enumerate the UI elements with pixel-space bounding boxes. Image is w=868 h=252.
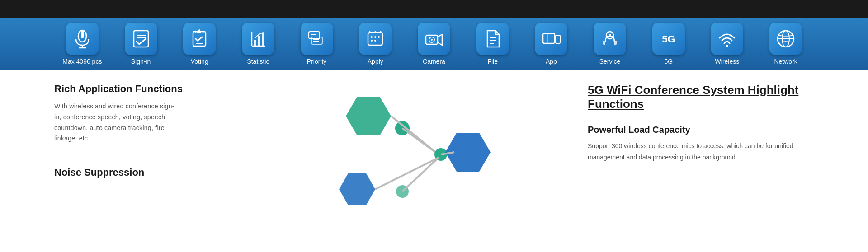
network-icon <box>776 29 796 49</box>
nav-icon-box-priority <box>301 23 333 55</box>
nav-label-5g: 5G <box>664 58 673 65</box>
svg-point-27 <box>374 40 376 42</box>
nav-label-signin: Sign-in <box>131 58 151 65</box>
svg-rect-1 <box>81 30 84 38</box>
priority-icon <box>307 29 327 49</box>
diagram-svg <box>321 88 511 214</box>
svg-rect-17 <box>309 32 320 39</box>
nav-label-max4096: Max 4096 pcs <box>62 58 102 65</box>
rich-app-body: With wireless and wired conference sign-… <box>54 101 181 144</box>
svg-rect-15 <box>258 36 260 46</box>
nav-item-file[interactable]: File <box>472 23 513 65</box>
nav-icon-box-network <box>769 23 802 55</box>
svg-rect-16 <box>262 33 264 46</box>
nav-label-file: File <box>487 58 498 65</box>
file-icon <box>483 29 503 49</box>
nav-label-service: Service <box>599 58 621 65</box>
svg-rect-34 <box>543 33 555 43</box>
nav-item-apply[interactable]: Apply <box>355 23 396 65</box>
nav-item-app[interactable]: App <box>531 23 571 65</box>
nav-item-wireless[interactable]: Wireless <box>707 23 747 65</box>
svg-line-48 <box>402 128 439 154</box>
nav-item-statistic[interactable]: Statistic <box>238 23 278 65</box>
icon-nav-bar: Max 4096 pcs Sign-in Voting <box>0 18 868 70</box>
nav-label-priority: Priority <box>307 58 327 65</box>
nav-item-camera[interactable]: Camera <box>414 23 454 65</box>
nav-item-max4096[interactable]: Max 4096 pcs <box>62 23 103 65</box>
nav-icon-box-service <box>594 23 626 55</box>
nav-item-service[interactable]: Service <box>590 23 630 65</box>
svg-point-25 <box>378 36 380 38</box>
svg-line-55 <box>402 158 439 191</box>
noise-title: Noise Suppression <box>54 167 244 178</box>
nav-icon-box-statistic <box>242 23 274 55</box>
nav-icon-box-wireless <box>711 23 743 55</box>
nav-label-apply: Apply <box>368 58 383 65</box>
svg-marker-52 <box>339 173 375 205</box>
svg-point-23 <box>371 36 373 38</box>
nav-label-camera: Camera <box>423 58 445 65</box>
app-icon <box>541 29 561 49</box>
svg-line-54 <box>375 158 439 189</box>
nav-icon-box-5g: 5G <box>652 23 685 55</box>
nav-item-5g[interactable]: 5G 5G <box>648 23 689 65</box>
top-black-bar <box>0 0 868 18</box>
right-section: 5G WiFi Conference System Highlight Func… <box>588 83 814 214</box>
svg-point-30 <box>431 39 433 41</box>
nav-label-app: App <box>546 58 557 65</box>
apply-icon <box>365 29 385 49</box>
left-section: Rich Application Functions With wireless… <box>54 83 244 214</box>
nav-icon-box-voting <box>183 23 216 55</box>
svg-rect-14 <box>254 40 256 46</box>
svg-rect-22 <box>368 33 382 45</box>
nav-label-wireless: Wireless <box>715 58 740 65</box>
service-icon <box>600 29 620 49</box>
nav-label-network: Network <box>774 58 797 65</box>
nav-icon-box-signin <box>125 23 157 55</box>
nav-label-statistic: Statistic <box>247 58 269 65</box>
nav-item-voting[interactable]: Voting <box>179 23 220 65</box>
svg-point-24 <box>374 36 376 38</box>
svg-marker-11 <box>197 29 201 33</box>
nav-icon-box-file <box>476 23 509 55</box>
nav-icon-box-camera <box>418 23 450 55</box>
camera-icon <box>424 29 444 49</box>
nav-label-voting: Voting <box>191 58 208 65</box>
svg-marker-45 <box>346 97 391 135</box>
nav-item-network[interactable]: Network <box>765 23 806 65</box>
svg-point-41 <box>726 45 728 47</box>
mic-icon <box>72 29 92 49</box>
statistic-icon <box>248 29 268 49</box>
nav-icon-box-max4096 <box>66 23 99 55</box>
nav-icon-box-apply <box>359 23 392 55</box>
nav-item-signin[interactable]: Sign-in <box>121 23 161 65</box>
wireless-icon <box>717 29 737 49</box>
diagram-section <box>244 83 588 214</box>
svg-text:5G: 5G <box>662 33 675 45</box>
nav-icon-box-app <box>535 23 567 55</box>
rich-app-title: Rich Application Functions <box>54 83 244 95</box>
voting-icon <box>189 29 209 49</box>
signin-icon <box>131 29 151 49</box>
content-area: Rich Application Functions With wireless… <box>0 70 868 214</box>
5g-icon: 5G <box>659 29 679 49</box>
highlight-main-title: 5G WiFi Conference System Highlight Func… <box>588 83 814 111</box>
svg-point-26 <box>371 40 373 42</box>
highlight-body-1: Support 300 wireless conference mics to … <box>588 140 796 163</box>
svg-rect-18 <box>311 37 322 44</box>
nav-item-priority[interactable]: Priority <box>297 23 337 65</box>
highlight-subtitle-1: Powerful Load Capacity <box>588 125 814 135</box>
